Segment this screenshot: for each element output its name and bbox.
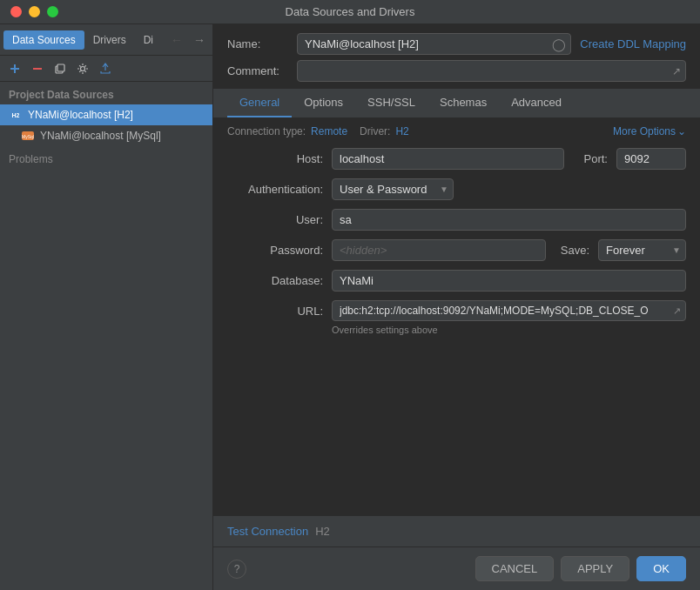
create-ddl-link[interactable]: Create DDL Mapping	[580, 37, 686, 50]
form-area: Host: Port: Authentication: User & Passw…	[213, 144, 700, 515]
conn-type-value[interactable]: Remote	[311, 125, 347, 137]
sidebar-item-h2-label: YNaMi@localhost [H2]	[28, 109, 133, 121]
copy-icon	[54, 63, 66, 75]
save-select[interactable]: Forever Until restart Never	[598, 239, 686, 261]
svg-text:MySql: MySql	[22, 134, 34, 139]
name-row: Name: ◯ Create DDL Mapping	[213, 24, 700, 60]
host-input[interactable]	[332, 148, 564, 170]
gear-icon	[77, 63, 89, 75]
tabs-bar: General Options SSH/SSL Schemas Advanced	[213, 89, 700, 118]
conn-driver-value[interactable]: H2	[395, 125, 408, 137]
name-input-wrap: ◯	[297, 33, 571, 55]
name-clear-button[interactable]: ◯	[552, 38, 566, 50]
tab-schemas[interactable]: Schemas	[427, 89, 499, 117]
problems-section[interactable]: Problems	[0, 146, 212, 169]
comment-input[interactable]	[297, 60, 686, 82]
svg-rect-4	[57, 64, 64, 71]
url-input-wrap: ↗	[332, 300, 686, 321]
conn-type-label: Connection type:	[227, 125, 306, 137]
url-label: URL:	[227, 305, 323, 318]
dialog-footer: ? CANCEL APPLY OK	[213, 546, 700, 590]
minimize-button[interactable]	[29, 6, 40, 17]
database-label: Database:	[227, 274, 323, 287]
apply-button[interactable]: APPLY	[561, 556, 629, 581]
test-connection-type: H2	[315, 525, 330, 538]
main-layout: Data Sources Drivers Di ← →	[0, 24, 700, 590]
export-icon	[99, 63, 111, 75]
port-input[interactable]	[616, 148, 686, 170]
auth-select[interactable]: User & Password No auth LDAP Kerberos	[332, 178, 454, 200]
arrow-right-button[interactable]: →	[190, 31, 209, 49]
name-label: Name:	[227, 37, 288, 50]
sidebar-item-mysql[interactable]: MySql YNaMi@localhost [MySql]	[0, 125, 212, 146]
db-mysql-icon: MySql	[21, 129, 35, 143]
sidebar-item-mysql-label: YNaMi@localhost [MySql]	[40, 130, 161, 142]
tab-ssh-ssl[interactable]: SSH/SSL	[355, 89, 427, 117]
tab-advanced[interactable]: Advanced	[499, 89, 574, 117]
window-title: Data Sources and Drivers	[286, 5, 415, 18]
host-label: Host:	[227, 152, 323, 165]
close-button[interactable]	[10, 6, 22, 17]
content-panel: Name: ◯ Create DDL Mapping Comment: ↗ Ge…	[213, 24, 700, 590]
svg-text:H2: H2	[12, 112, 20, 118]
add-button[interactable]	[5, 61, 24, 77]
ok-button[interactable]: OK	[636, 556, 686, 581]
bottom-bar: Test Connection H2	[213, 515, 700, 546]
comment-expand-button[interactable]: ↗	[672, 65, 681, 77]
comment-row: Comment: ↗	[213, 60, 700, 89]
url-row: URL: ↗	[227, 300, 686, 321]
database-input[interactable]	[332, 270, 686, 292]
tab-drivers[interactable]: Drivers	[84, 30, 135, 50]
more-options-link[interactable]: More Options ⌄	[613, 125, 686, 137]
tab-options[interactable]: Options	[292, 89, 355, 117]
password-row: Password: Save: Forever Until restart Ne…	[227, 239, 686, 261]
svg-point-5	[81, 66, 85, 70]
save-label: Save:	[555, 244, 589, 257]
sidebar-toolbar	[0, 56, 212, 82]
url-override-text: Overrides settings above	[332, 325, 686, 335]
cancel-button[interactable]: CANCEL	[475, 556, 555, 581]
project-section-label: Project Data Sources	[0, 82, 212, 104]
sidebar-tabs: Data Sources Drivers Di ← →	[0, 24, 212, 56]
port-label: Port:	[573, 152, 608, 165]
conn-driver-label: Driver:	[360, 125, 390, 137]
auth-label: Authentication:	[227, 183, 323, 196]
test-connection-link[interactable]: Test Connection	[227, 525, 308, 538]
save-select-wrap: Forever Until restart Never ▼	[598, 239, 686, 261]
name-input[interactable]	[297, 33, 571, 55]
url-expand-button[interactable]: ↗	[673, 305, 681, 317]
tab-other[interactable]: Di	[135, 30, 162, 50]
remove-button[interactable]	[28, 61, 47, 77]
user-label: User:	[227, 213, 323, 226]
connection-info-row: Connection type: Remote Driver: H2 More …	[213, 118, 700, 144]
sidebar: Data Sources Drivers Di ← →	[0, 24, 213, 590]
title-bar: Data Sources and Drivers	[0, 0, 700, 24]
password-input[interactable]	[332, 239, 546, 261]
add-icon	[9, 63, 21, 75]
arrow-left-button[interactable]: ←	[167, 31, 186, 49]
window-controls[interactable]	[10, 6, 58, 17]
chevron-down-icon: ⌄	[677, 125, 686, 137]
auth-select-wrap: User & Password No auth LDAP Kerberos ▼	[332, 178, 454, 200]
settings-button[interactable]	[73, 61, 92, 77]
sidebar-nav-arrows: ← →	[167, 31, 209, 49]
maximize-button[interactable]	[47, 6, 58, 17]
help-button[interactable]: ?	[227, 560, 246, 579]
tab-general[interactable]: General	[227, 89, 292, 117]
minus-icon	[31, 63, 44, 75]
export-button[interactable]	[96, 61, 115, 77]
comment-input-wrap: ↗	[297, 60, 686, 82]
user-input[interactable]	[332, 209, 686, 231]
auth-row: Authentication: User & Password No auth …	[227, 178, 686, 200]
tab-data-sources[interactable]: Data Sources	[3, 30, 84, 50]
database-row: Database:	[227, 270, 686, 292]
db-h2-icon: H2	[9, 108, 23, 122]
url-input[interactable]	[332, 300, 686, 321]
copy-button[interactable]	[50, 61, 70, 77]
password-label: Password:	[227, 244, 323, 257]
host-row: Host: Port:	[227, 148, 686, 170]
comment-label: Comment:	[227, 64, 288, 77]
sidebar-item-h2[interactable]: H2 YNaMi@localhost [H2]	[0, 104, 212, 125]
user-row: User:	[227, 209, 686, 231]
